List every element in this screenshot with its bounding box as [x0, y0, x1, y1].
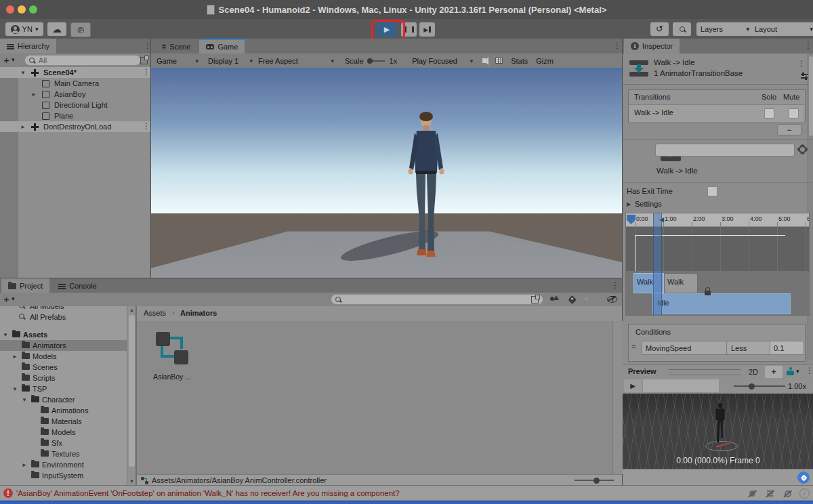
size-slider-thumb[interactable] — [593, 478, 600, 484]
hierarchy-item-main-camera[interactable]: Main Camera — [0, 78, 150, 89]
tab-project[interactable]: Project — [1, 278, 49, 293]
hierarchy-item-directional-light[interactable]: Directional Light — [0, 100, 150, 110]
solo-checkbox[interactable] — [764, 108, 774, 119]
scale-slider-thumb[interactable] — [367, 58, 373, 64]
scrollbar-thumb[interactable] — [129, 315, 135, 467]
foldout-arrow-icon[interactable]: ▼ — [3, 332, 8, 338]
hierarchy-item-asianboy[interactable]: ►AsianBoy — [0, 89, 150, 100]
cloud-button[interactable]: ☁ — [47, 22, 66, 36]
vsync-grid-icon[interactable] — [495, 58, 503, 64]
preview-play-button[interactable]: ▶ — [624, 379, 642, 392]
clip-walk[interactable]: Walk — [664, 273, 698, 293]
project-tree-item-environment[interactable]: ►Environment — [0, 459, 136, 470]
transition-name-field[interactable] — [655, 144, 795, 156]
play-focused-dropdown[interactable]: Play Focused▾ — [412, 57, 473, 65]
game-menu-kebab-icon[interactable]: ⋮ — [613, 42, 621, 49]
project-tree-item-all-models[interactable]: All Models — [0, 306, 136, 312]
debugger-disabled-icon[interactable] — [748, 489, 757, 498]
gizmos-button[interactable]: Gizm — [536, 57, 554, 65]
asset-label-bubble-button[interactable] — [797, 471, 810, 484]
project-tree-item-animators[interactable]: Animators — [0, 340, 136, 351]
project-tree-item-assets[interactable]: ▼Assets — [0, 329, 136, 340]
tab-console[interactable]: Console — [51, 278, 103, 293]
project-tree-item-models[interactable]: Models — [0, 427, 136, 438]
search-by-type-icon[interactable] — [550, 295, 558, 303]
tab-inspector[interactable]: i Inspector — [624, 39, 680, 54]
add-object-button[interactable]: + — [3, 54, 9, 66]
project-tree-item-models[interactable]: ►Models — [0, 351, 136, 362]
clip-idle[interactable]: Idle — [652, 293, 791, 314]
transition-timeline[interactable]: 0:001:002:003:004:005:006:00 ◀ Walk Walk… — [625, 213, 810, 316]
speed-slider-thumb[interactable] — [749, 383, 755, 390]
preview-scrub-area[interactable] — [643, 379, 719, 392]
settings-foldout-label[interactable]: Settings — [635, 200, 662, 208]
favorites-star-icon[interactable]: ★ — [583, 293, 591, 303]
foldout-arrow-icon[interactable]: ▼ — [20, 70, 26, 76]
foldout-arrow-icon[interactable]: ► — [12, 354, 18, 360]
preview-2d-button[interactable]: 2D — [745, 366, 762, 377]
search-button[interactable] — [673, 22, 691, 36]
add-object-caret-icon[interactable]: ▾ — [12, 56, 15, 63]
project-tree-item-inputsystem[interactable]: InputSystem — [0, 470, 136, 481]
cache-disabled-icon[interactable] — [766, 489, 774, 498]
layers-dropdown[interactable]: Layers ▾ — [696, 22, 753, 36]
avatar-icon[interactable] — [787, 367, 794, 375]
layout-dropdown[interactable]: Layout ▾ — [751, 22, 813, 36]
account-dropdown[interactable]: YN ▾ — [5, 22, 43, 36]
foldout-arrow-icon[interactable]: ► — [31, 91, 37, 98]
playhead-band[interactable] — [653, 213, 662, 315]
transition-row[interactable]: Walk -> Idle — [629, 104, 804, 122]
mute-checkbox[interactable] — [789, 108, 799, 119]
tab-hierarchy[interactable]: Hierarchy — [0, 39, 56, 54]
hierarchy-item-plane[interactable]: Plane — [0, 110, 150, 121]
lock-icon[interactable] — [705, 291, 711, 295]
refresh-disabled-icon[interactable] — [783, 489, 792, 498]
inspector-menu-kebab-icon[interactable]: ⋮ — [804, 42, 812, 49]
avatar-caret-icon[interactable]: ▾ — [796, 368, 799, 375]
hierarchy-item-scene04-[interactable]: ▼Scene04*⋮ — [0, 67, 150, 78]
open-new-window-icon[interactable] — [140, 57, 148, 64]
status-bar[interactable]: ! 'AsianBoy' AnimationEvent 'OnFootstep'… — [0, 485, 813, 501]
hierarchy-item-dontdestroyonload[interactable]: ►DontDestroyOnLoad⋮ — [0, 121, 150, 132]
project-tree-item-character[interactable]: ▼Character — [0, 394, 136, 405]
preview-header-bar[interactable]: Preview 2D + ▾ ⋮ — [623, 364, 813, 380]
item-kebab-icon[interactable]: ⋮ — [142, 123, 150, 129]
remove-transition-button[interactable]: − — [777, 124, 801, 135]
open-new-window-icon[interactable] — [531, 296, 539, 303]
preview-pivot-button[interactable]: + — [765, 366, 783, 378]
status-message[interactable]: 'AsianBoy' AnimationEvent 'OnFootstep' o… — [16, 489, 400, 497]
thumbnail-size-slider[interactable] — [575, 480, 614, 481]
condition-parameter-dropdown[interactable]: MovingSpeed — [641, 341, 737, 355]
settings-foldout-arrow-icon[interactable]: ▶ — [627, 201, 631, 207]
header-kebab-icon[interactable]: ⋮ — [797, 60, 806, 67]
project-tree-item-animations[interactable]: Animations — [0, 405, 136, 416]
display-dropdown[interactable]: Display 1▾ — [208, 57, 253, 65]
project-menu-kebab-icon[interactable]: ⋮ — [611, 282, 619, 289]
project-search-input[interactable] — [343, 295, 528, 304]
breadcrumb-root[interactable]: Assets — [144, 309, 166, 317]
hierarchy-search-field[interactable] — [24, 55, 141, 66]
preview-speed-slider[interactable] — [734, 385, 785, 387]
has-exit-time-checkbox[interactable] — [707, 186, 717, 196]
project-grid-area[interactable]: AsianBoy ... — [137, 321, 612, 474]
hierarchy-search-input[interactable] — [37, 56, 136, 65]
undo-history-button[interactable]: ↺ — [650, 22, 669, 36]
foldout-arrow-icon[interactable]: ▼ — [12, 386, 18, 392]
step-button[interactable]: ▶ — [419, 22, 435, 37]
aspect-dropdown[interactable]: Free Aspect▾ — [258, 57, 334, 65]
create-asset-caret-icon[interactable]: ▾ — [12, 295, 15, 302]
scroll-up-icon[interactable]: ▲ — [129, 308, 134, 312]
search-by-label-icon[interactable] — [568, 295, 577, 304]
activity-check-icon[interactable]: ✓ — [799, 488, 810, 499]
project-tree-scrollbar[interactable]: ▲ ▼ — [127, 306, 136, 485]
condition-value-field[interactable]: 0.1 — [770, 341, 804, 355]
project-tree-item-all-prefabs[interactable]: All Prefabs — [0, 312, 136, 322]
project-tree-item-tsp[interactable]: ▼TSP — [0, 383, 136, 394]
gear-icon[interactable] — [799, 146, 806, 153]
foldout-arrow-icon[interactable]: ► — [22, 462, 27, 468]
foldout-arrow-icon[interactable]: ▼ — [22, 397, 27, 403]
foldout-arrow-icon[interactable]: ► — [20, 124, 26, 130]
condition-drag-handle[interactable]: = — [631, 343, 635, 351]
preview-drag-handle[interactable] — [669, 369, 741, 375]
preview-3d-area[interactable]: 0:00 (000.0%) Frame 0 — [623, 394, 813, 469]
